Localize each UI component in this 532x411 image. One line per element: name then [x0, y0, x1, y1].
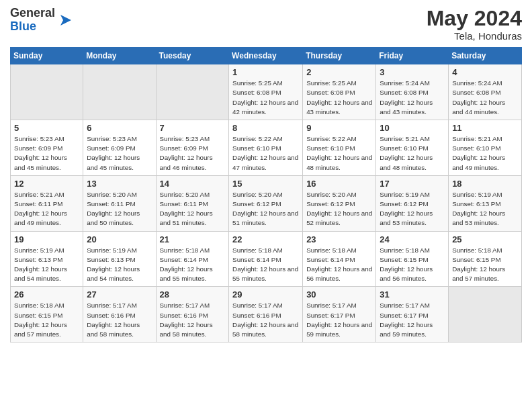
day-info: Sunrise: 5:18 AM Sunset: 6:14 PM Dayligh… [160, 246, 226, 284]
day-number: 27 [87, 289, 152, 300]
day-number: 8 [232, 123, 299, 133]
day-number: 14 [160, 179, 226, 189]
day-number: 19 [14, 234, 79, 244]
logo-general: General [10, 7, 55, 20]
day-number: 7 [160, 123, 226, 133]
day-info: Sunrise: 5:21 AM Sunset: 6:10 PM Dayligh… [380, 134, 445, 173]
calendar-week-row: 26Sunrise: 5:18 AM Sunset: 6:15 PM Dayli… [11, 287, 522, 342]
day-number: 5 [14, 123, 79, 133]
calendar-cell: 16Sunrise: 5:20 AM Sunset: 6:12 PM Dayli… [303, 175, 376, 231]
month-title: May 2024 [427, 7, 522, 30]
day-info: Sunrise: 5:20 AM Sunset: 6:12 PM Dayligh… [306, 190, 372, 228]
title-block: May 2024 Tela, Honduras [427, 7, 522, 42]
calendar-cell: 15Sunrise: 5:20 AM Sunset: 6:12 PM Dayli… [229, 175, 303, 231]
logo: General Blue [10, 7, 75, 34]
calendar-cell: 17Sunrise: 5:19 AM Sunset: 6:12 PM Dayli… [376, 175, 449, 231]
logo-icon [56, 11, 75, 30]
logo-text: General Blue [10, 7, 55, 34]
calendar-cell: 31Sunrise: 5:17 AM Sunset: 6:17 PM Dayli… [376, 287, 449, 342]
header: General Blue May 2024 Tela, Honduras [10, 7, 522, 42]
day-info: Sunrise: 5:18 AM Sunset: 6:15 PM Dayligh… [452, 246, 518, 284]
day-number: 28 [160, 289, 226, 300]
day-number: 17 [380, 179, 445, 189]
calendar-header-saturday: Saturday [449, 48, 522, 64]
day-info: Sunrise: 5:17 AM Sunset: 6:16 PM Dayligh… [87, 301, 152, 339]
day-info: Sunrise: 5:18 AM Sunset: 6:14 PM Dayligh… [306, 246, 372, 284]
day-info: Sunrise: 5:18 AM Sunset: 6:14 PM Dayligh… [232, 246, 299, 284]
day-number: 16 [306, 179, 372, 189]
day-number: 21 [160, 234, 226, 244]
calendar-cell: 22Sunrise: 5:18 AM Sunset: 6:14 PM Dayli… [229, 231, 303, 287]
calendar-cell: 9Sunrise: 5:22 AM Sunset: 6:10 PM Daylig… [303, 120, 376, 176]
day-info: Sunrise: 5:24 AM Sunset: 6:08 PM Dayligh… [452, 79, 518, 117]
calendar-cell: 12Sunrise: 5:21 AM Sunset: 6:11 PM Dayli… [11, 175, 83, 231]
calendar-header-monday: Monday [83, 48, 156, 64]
calendar-cell: 4Sunrise: 5:24 AM Sunset: 6:08 PM Daylig… [449, 64, 522, 120]
svg-marker-0 [60, 15, 71, 26]
calendar-cell: 14Sunrise: 5:20 AM Sunset: 6:11 PM Dayli… [156, 175, 229, 231]
day-info: Sunrise: 5:18 AM Sunset: 6:15 PM Dayligh… [380, 246, 445, 284]
day-number: 18 [452, 179, 518, 189]
calendar-cell: 10Sunrise: 5:21 AM Sunset: 6:10 PM Dayli… [376, 120, 449, 176]
day-info: Sunrise: 5:23 AM Sunset: 6:09 PM Dayligh… [14, 134, 79, 173]
day-info: Sunrise: 5:20 AM Sunset: 6:12 PM Dayligh… [232, 190, 299, 228]
calendar-cell [449, 287, 522, 342]
calendar-cell: 24Sunrise: 5:18 AM Sunset: 6:15 PM Dayli… [376, 231, 449, 287]
calendar-cell: 29Sunrise: 5:17 AM Sunset: 6:16 PM Dayli… [229, 287, 303, 342]
calendar-cell: 20Sunrise: 5:19 AM Sunset: 6:13 PM Dayli… [83, 231, 156, 287]
calendar-table: SundayMondayTuesdayWednesdayThursdayFrid… [10, 47, 522, 342]
day-info: Sunrise: 5:20 AM Sunset: 6:11 PM Dayligh… [87, 190, 152, 228]
calendar-cell [83, 64, 156, 120]
day-number: 23 [306, 234, 372, 244]
day-number: 22 [232, 234, 299, 244]
calendar-week-row: 5Sunrise: 5:23 AM Sunset: 6:09 PM Daylig… [11, 120, 522, 176]
calendar-cell: 2Sunrise: 5:25 AM Sunset: 6:08 PM Daylig… [303, 64, 376, 120]
day-info: Sunrise: 5:22 AM Sunset: 6:10 PM Dayligh… [306, 134, 372, 173]
day-info: Sunrise: 5:22 AM Sunset: 6:10 PM Dayligh… [232, 134, 299, 173]
day-number: 31 [380, 289, 445, 300]
calendar-cell: 6Sunrise: 5:23 AM Sunset: 6:09 PM Daylig… [83, 120, 156, 176]
day-info: Sunrise: 5:17 AM Sunset: 6:16 PM Dayligh… [160, 301, 226, 339]
calendar-cell: 25Sunrise: 5:18 AM Sunset: 6:15 PM Dayli… [449, 231, 522, 287]
calendar-cell: 7Sunrise: 5:23 AM Sunset: 6:09 PM Daylig… [156, 120, 229, 176]
calendar-cell [156, 64, 229, 120]
day-number: 11 [452, 123, 518, 133]
day-info: Sunrise: 5:24 AM Sunset: 6:08 PM Dayligh… [380, 79, 445, 117]
calendar-cell: 28Sunrise: 5:17 AM Sunset: 6:16 PM Dayli… [156, 287, 229, 342]
day-info: Sunrise: 5:17 AM Sunset: 6:16 PM Dayligh… [232, 301, 299, 339]
calendar-page: General Blue May 2024 Tela, Honduras Sun… [0, 0, 532, 411]
calendar-header-row: SundayMondayTuesdayWednesdayThursdayFrid… [11, 48, 522, 64]
day-info: Sunrise: 5:25 AM Sunset: 6:08 PM Dayligh… [306, 79, 372, 117]
calendar-cell: 13Sunrise: 5:20 AM Sunset: 6:11 PM Dayli… [83, 175, 156, 231]
day-number: 26 [14, 289, 79, 300]
day-number: 30 [306, 289, 372, 300]
location: Tela, Honduras [427, 30, 522, 42]
day-info: Sunrise: 5:19 AM Sunset: 6:13 PM Dayligh… [452, 190, 518, 228]
calendar-header-friday: Friday [376, 48, 449, 64]
day-number: 10 [380, 123, 445, 133]
day-info: Sunrise: 5:23 AM Sunset: 6:09 PM Dayligh… [87, 134, 152, 173]
calendar-cell: 27Sunrise: 5:17 AM Sunset: 6:16 PM Dayli… [83, 287, 156, 342]
calendar-header-wednesday: Wednesday [229, 48, 303, 64]
day-info: Sunrise: 5:21 AM Sunset: 6:10 PM Dayligh… [452, 134, 518, 173]
calendar-cell: 30Sunrise: 5:17 AM Sunset: 6:17 PM Dayli… [303, 287, 376, 342]
calendar-cell: 18Sunrise: 5:19 AM Sunset: 6:13 PM Dayli… [449, 175, 522, 231]
day-number: 29 [232, 289, 299, 300]
day-number: 2 [306, 67, 372, 77]
calendar-cell: 23Sunrise: 5:18 AM Sunset: 6:14 PM Dayli… [303, 231, 376, 287]
day-info: Sunrise: 5:25 AM Sunset: 6:08 PM Dayligh… [232, 79, 299, 117]
day-info: Sunrise: 5:19 AM Sunset: 6:13 PM Dayligh… [14, 246, 79, 284]
day-number: 4 [452, 67, 518, 77]
calendar-cell: 3Sunrise: 5:24 AM Sunset: 6:08 PM Daylig… [376, 64, 449, 120]
calendar-header-sunday: Sunday [11, 48, 83, 64]
day-number: 15 [232, 179, 299, 189]
logo-blue: Blue [10, 20, 55, 34]
calendar-cell: 8Sunrise: 5:22 AM Sunset: 6:10 PM Daylig… [229, 120, 303, 176]
day-number: 24 [380, 234, 445, 244]
day-info: Sunrise: 5:23 AM Sunset: 6:09 PM Dayligh… [160, 134, 226, 173]
day-info: Sunrise: 5:17 AM Sunset: 6:17 PM Dayligh… [380, 301, 445, 339]
day-number: 9 [306, 123, 372, 133]
calendar-week-row: 12Sunrise: 5:21 AM Sunset: 6:11 PM Dayli… [11, 175, 522, 231]
calendar-cell: 11Sunrise: 5:21 AM Sunset: 6:10 PM Dayli… [449, 120, 522, 176]
calendar-cell: 19Sunrise: 5:19 AM Sunset: 6:13 PM Dayli… [11, 231, 83, 287]
